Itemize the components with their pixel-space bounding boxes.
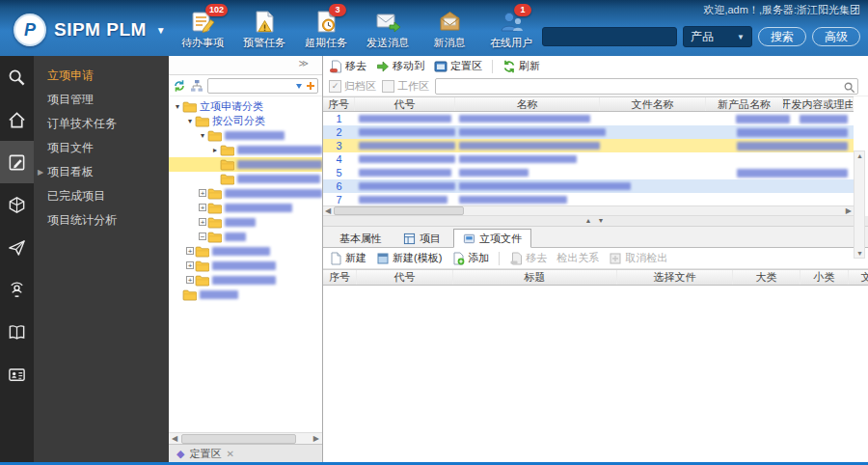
table1-vscrollbar[interactable]: ▲ ▼	[854, 150, 865, 259]
table2-col-0[interactable]: 序号	[323, 270, 357, 285]
menu-item-1[interactable]: 项目管理	[34, 88, 169, 112]
rail-send-plane[interactable]	[0, 226, 34, 268]
tree-search-down-icon[interactable]	[293, 80, 305, 92]
table2-col-5[interactable]: 小类	[800, 270, 849, 285]
table1-hscrollbar[interactable]: ◀ ▶	[323, 205, 854, 216]
tree-node-3[interactable]: ▸	[169, 143, 322, 157]
table-row[interactable]: 4	[323, 152, 854, 166]
table2-col-4[interactable]: 大类	[733, 270, 800, 285]
panel-splitter[interactable]: ▲ ▼	[323, 216, 868, 227]
rail-edit[interactable]	[0, 141, 34, 183]
tree-expander-icon[interactable]: ▾	[173, 102, 182, 111]
refresh-button[interactable]: 刷新	[502, 59, 540, 73]
menu-item-2[interactable]: 订单技术任务	[34, 112, 169, 136]
scroll-left-icon[interactable]: ◀	[172, 434, 177, 443]
tree-expander-icon[interactable]: −	[198, 232, 207, 241]
table-row[interactable]: 6	[323, 179, 854, 193]
table1-col-4[interactable]: 新产品名称	[706, 97, 783, 111]
rail-broadcast[interactable]	[0, 268, 34, 311]
tree-expander-icon[interactable]: +	[198, 204, 207, 212]
list-search-input[interactable]	[436, 80, 843, 92]
tree-expander-icon[interactable]: +	[185, 261, 195, 270]
table1-col-3[interactable]: 文件名称	[600, 97, 706, 111]
tree-expander-icon[interactable]: ▸	[210, 146, 220, 154]
tree-expander-icon[interactable]: +	[198, 189, 207, 198]
search-category-select[interactable]: 产品 ▼	[683, 26, 752, 47]
tab-project[interactable]: 项目	[394, 230, 449, 247]
rail-home[interactable]	[0, 98, 34, 141]
table2-col-1[interactable]: 代号	[357, 270, 453, 285]
tree-search-input[interactable]	[208, 80, 293, 92]
table1-col-0[interactable]: 序号	[323, 97, 355, 111]
advanced-search-button[interactable]: 高级	[812, 27, 860, 46]
tree-expander-icon[interactable]: +	[185, 276, 195, 285]
nav-new-message[interactable]: 新消息	[420, 9, 478, 50]
nav-online-users[interactable]: 1 在线用户	[482, 9, 540, 50]
tree-node-9[interactable]: −	[169, 230, 322, 244]
tree-expander-icon[interactable]: +	[185, 247, 195, 256]
tree-node-6[interactable]: +	[169, 186, 322, 201]
checkout-rel-button[interactable]: 检出关系	[556, 251, 599, 265]
scroll-right-icon[interactable]: ▶	[313, 434, 319, 443]
menu-item-3[interactable]: 项目文件	[34, 136, 169, 160]
table2-col-2[interactable]: 标题	[453, 270, 617, 285]
table-row[interactable]: 3	[323, 139, 854, 152]
tree-node-11[interactable]: +	[169, 259, 322, 273]
remove-button[interactable]: 移去	[329, 59, 366, 73]
rail-structure[interactable]	[0, 183, 34, 226]
scroll-right-icon[interactable]: ▶	[846, 206, 852, 215]
search-button[interactable]: 搜索	[758, 27, 806, 46]
scroll-down-icon[interactable]: ▼	[855, 250, 864, 257]
menu-item-5[interactable]: 已完成项目	[34, 184, 169, 208]
move-to-button[interactable]: 移动到	[376, 59, 424, 73]
remove2-button[interactable]: 移去	[509, 251, 547, 265]
table2-col-3[interactable]: 选择文件	[617, 270, 733, 285]
scroll-up-icon[interactable]: ▲	[855, 152, 864, 159]
collapse-panel-icon[interactable]: ≫	[299, 58, 309, 68]
rail-book[interactable]	[0, 311, 34, 353]
nav-todo[interactable]: 102 待办事项	[174, 9, 231, 50]
table-row[interactable]: 1	[323, 112, 854, 125]
table1-col-5[interactable]: 开发内容或理由	[783, 97, 854, 111]
nav-send-message[interactable]: 发送消息	[359, 9, 417, 50]
table1-col-2[interactable]: 名称	[455, 97, 600, 111]
tree-expander-icon[interactable]: ▾	[198, 131, 207, 140]
table-row[interactable]: 5	[323, 166, 854, 179]
tree-node-12[interactable]: +	[169, 273, 322, 287]
tab-init-file[interactable]: 立项文件	[453, 229, 531, 248]
scroll-thumb[interactable]	[181, 434, 296, 444]
table-row[interactable]: 7	[323, 193, 854, 205]
cancel-checkout-button[interactable]: 取消检出	[609, 251, 667, 265]
tab-basic[interactable]: 基本属性	[331, 230, 391, 247]
dock-button[interactable]: 定置区	[434, 59, 482, 73]
new-button[interactable]: 新建	[329, 251, 366, 265]
tree-hscrollbar[interactable]: ◀ ▶	[169, 432, 322, 444]
tree-refresh-icon[interactable]	[173, 79, 186, 93]
filter-checkbox-0[interactable]: ✓ 归档区	[329, 79, 376, 94]
add-button[interactable]: 添加	[451, 251, 489, 265]
new-template-button[interactable]: 新建(模板)	[376, 251, 442, 265]
close-icon[interactable]: ✕	[226, 449, 233, 459]
rail-id-card[interactable]	[0, 353, 34, 396]
menu-item-0[interactable]: 立项申请	[34, 64, 169, 88]
tree-structure-icon[interactable]	[190, 79, 203, 93]
tree-node-1[interactable]: ▾ 按公司分类	[169, 114, 322, 128]
tree-node-13[interactable]	[169, 287, 322, 302]
tree-node-5[interactable]	[169, 172, 322, 186]
tree-node-10[interactable]: +	[169, 244, 322, 259]
rail-sipm-search[interactable]	[0, 56, 34, 98]
global-search-input[interactable]	[542, 27, 677, 46]
menu-item-4[interactable]: ▶ 项目看板	[34, 160, 169, 184]
tree-node-4[interactable]	[169, 157, 322, 172]
table1-col-1[interactable]: 代号	[355, 97, 455, 111]
brand-menu[interactable]: P SIPM PLM ▼	[14, 14, 166, 46]
scroll-thumb[interactable]	[334, 206, 464, 215]
table-row[interactable]: 2	[323, 125, 854, 139]
tree-node-7[interactable]: +	[169, 201, 322, 215]
scroll-left-icon[interactable]: ◀	[325, 206, 331, 215]
tree-node-2[interactable]: ▾	[169, 128, 322, 143]
nav-warning[interactable]: 预警任务	[235, 9, 293, 50]
tree-expander-icon[interactable]: +	[198, 218, 207, 227]
filter-checkbox-1[interactable]: 工作区	[382, 79, 429, 94]
tree-node-8[interactable]: +	[169, 215, 322, 230]
